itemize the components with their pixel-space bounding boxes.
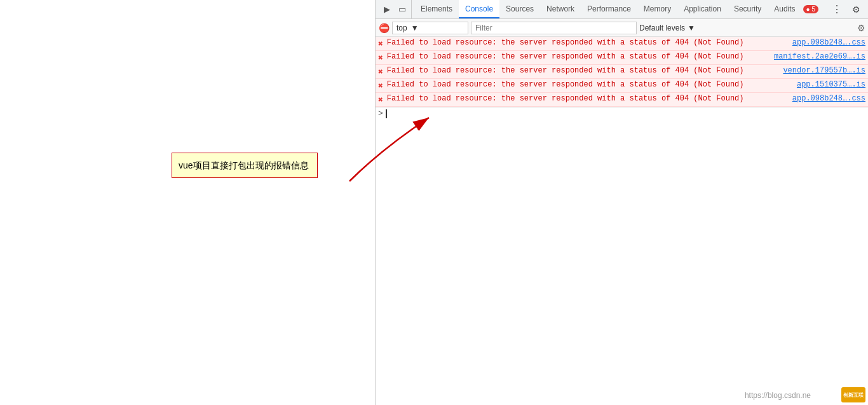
browser-content: vue项目直接打包出现的报错信息: [0, 0, 375, 405]
annotation-box: vue项目直接打包出现的报错信息: [172, 153, 318, 178]
tab-audits[interactable]: Audits: [768, 0, 801, 18]
console-prompt: >: [378, 109, 383, 118]
error-circle-icon: ✖: [378, 81, 383, 91]
filter-input[interactable]: [471, 22, 637, 34]
error-source-3[interactable]: vendor.179557b….is: [783, 66, 865, 75]
error-circle-icon: ✖: [378, 39, 383, 49]
devtools-tab-bar: ▶ ▭ Elements Console Sources Network Per…: [376, 0, 868, 19]
tab-console[interactable]: Console: [459, 0, 499, 18]
device-icon[interactable]: ▭: [397, 4, 407, 15]
tab-security[interactable]: Security: [728, 0, 768, 18]
tab-application[interactable]: Application: [677, 0, 728, 18]
tab-elements[interactable]: Elements: [414, 0, 459, 18]
error-circle-icon: ✖: [378, 53, 383, 63]
context-select[interactable]: top ▼: [392, 22, 468, 34]
console-toolbar: ⛔ top ▼ Default levels ▼ ⚙: [376, 19, 868, 37]
error-message-1: Failed to load resource: the server resp…: [387, 38, 787, 47]
error-circle-icon: ✖: [378, 95, 383, 105]
console-error-row: ✖ Failed to load resource: the server re…: [376, 37, 868, 51]
cursor-icon[interactable]: ▶: [382, 4, 392, 15]
error-message-5: Failed to load resource: the server resp…: [387, 94, 787, 103]
error-message-2: Failed to load resource: the server resp…: [387, 52, 769, 61]
error-source-2[interactable]: manifest.2ae2e69….is: [774, 52, 865, 61]
console-error-row: ✖ Failed to load resource: the server re…: [376, 93, 868, 107]
console-input-row[interactable]: >: [376, 107, 868, 120]
error-source-1[interactable]: app.098b248….css: [792, 38, 865, 47]
console-settings-icon[interactable]: ⚙: [857, 23, 865, 33]
settings-gear-icon[interactable]: ⚙: [847, 4, 865, 15]
default-levels-arrow: ▼: [688, 24, 695, 32]
console-error-row: ✖ Failed to load resource: the server re…: [376, 65, 868, 79]
error-source-4[interactable]: app.1510375….is: [797, 80, 865, 89]
tab-network[interactable]: Network: [540, 0, 581, 18]
default-levels-label: Default levels: [639, 24, 685, 32]
default-levels-dropdown[interactable]: Default levels ▼: [639, 24, 695, 32]
tab-memory[interactable]: Memory: [637, 0, 677, 18]
error-message-4: Failed to load resource: the server resp…: [387, 80, 792, 89]
annotation-text: vue项目直接打包出现的报错信息: [179, 160, 309, 170]
error-message-3: Failed to load resource: the server resp…: [387, 66, 778, 75]
watermark-url: https://blog.csdn.ne: [745, 391, 811, 400]
console-error-row: ✖ Failed to load resource: the server re…: [376, 51, 868, 65]
tab-sources[interactable]: Sources: [499, 0, 540, 18]
devtools-panel: ▶ ▭ Elements Console Sources Network Per…: [375, 0, 868, 405]
logo-box: 创新互联: [841, 387, 865, 402]
console-error-row: ✖ Failed to load resource: the server re…: [376, 79, 868, 93]
devtools-tab-icons: ▶ ▭: [378, 0, 412, 18]
error-source-5[interactable]: app.098b248….css: [792, 94, 865, 103]
context-dropdown-arrow: ▼: [411, 24, 419, 32]
context-value: top: [397, 24, 407, 32]
error-badge: ● 5: [803, 5, 818, 13]
clear-console-button[interactable]: ⛔: [378, 22, 390, 34]
watermark-logo: 创新互联: [841, 387, 865, 402]
console-output: ✖ Failed to load resource: the server re…: [376, 37, 868, 405]
console-cursor: [386, 109, 387, 118]
tab-performance[interactable]: Performance: [581, 0, 637, 18]
more-tools-button[interactable]: ⋮: [827, 3, 847, 15]
error-circle-icon: ✖: [378, 67, 383, 77]
